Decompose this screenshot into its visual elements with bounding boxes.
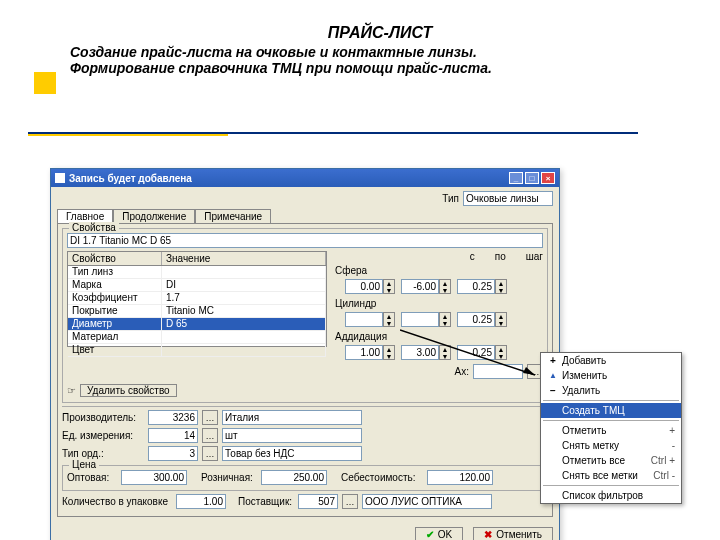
wholesale-field[interactable] xyxy=(121,470,187,485)
sphere-to[interactable] xyxy=(401,279,439,294)
titlebar[interactable]: Запись будет добавлена _ □ × xyxy=(51,169,559,187)
menu-separator xyxy=(543,485,679,486)
table-row[interactable]: Коэффициент1.7 xyxy=(68,292,326,305)
range-to-label: по xyxy=(495,251,506,262)
order-type-id-field[interactable] xyxy=(148,446,198,461)
addidation-to[interactable] xyxy=(401,345,439,360)
ok-button[interactable]: ✔OK xyxy=(415,527,463,540)
order-type-label: Тип орд.: xyxy=(62,448,144,459)
unit-id-field[interactable] xyxy=(148,428,198,443)
tab-main[interactable]: Главное xyxy=(57,209,113,223)
grid-header-value: Значение xyxy=(162,252,326,265)
price-caption: Цена xyxy=(69,459,99,470)
supplier-label: Поставщик: xyxy=(238,496,294,507)
type-field[interactable] xyxy=(463,191,553,206)
cylinder-to[interactable] xyxy=(401,312,439,327)
manufacturer-label: Производитель: xyxy=(62,412,144,423)
unit-lookup-button[interactable]: … xyxy=(202,428,218,443)
supplier-lookup-button[interactable]: … xyxy=(342,494,358,509)
unit-label: Ед. измерения: xyxy=(62,430,144,441)
spin-down-icon[interactable]: ▼ xyxy=(384,287,394,294)
plus-icon: + xyxy=(547,355,559,366)
ax-label: Ax: xyxy=(455,366,469,377)
delete-property-button[interactable]: Удалить свойство xyxy=(80,384,177,397)
menu-unmark-all[interactable]: Снять все меткиCtrl - xyxy=(541,468,681,483)
grid-header-property: Свойство xyxy=(68,252,162,265)
unit-name-field[interactable] xyxy=(222,428,362,443)
supplier-id-field[interactable] xyxy=(298,494,338,509)
addidation-from[interactable] xyxy=(345,345,383,360)
menu-delete[interactable]: −Удалить xyxy=(541,383,681,398)
sphere-label: Сфера xyxy=(335,265,385,276)
check-icon: ✔ xyxy=(426,529,434,540)
table-row[interactable]: МаркаDI xyxy=(68,279,326,292)
sphere-step[interactable] xyxy=(457,279,495,294)
type-label: Тип xyxy=(442,193,459,204)
wholesale-label: Оптовая: xyxy=(67,472,117,483)
cylinder-label: Цилиндр xyxy=(335,298,385,309)
tabs: Главное Продолжение Примечание xyxy=(57,209,553,223)
context-menu: +Добавить ▲Изменить −Удалить Создать ТМЦ… xyxy=(540,352,682,504)
heading-underline-accent xyxy=(28,134,228,136)
window-icon xyxy=(55,173,65,183)
range-from-label: с xyxy=(470,251,475,262)
addidation-label: Аддидация xyxy=(335,331,395,342)
slide-title-3: Формирование справочника ТМЦ при помощи … xyxy=(70,60,690,76)
menu-separator xyxy=(543,400,679,401)
manufacturer-lookup-button[interactable]: … xyxy=(202,410,218,425)
cost-label: Себестоимость: xyxy=(341,472,423,483)
cylinder-step[interactable] xyxy=(457,312,495,327)
properties-summary-field[interactable] xyxy=(67,233,543,248)
cross-icon: ✖ xyxy=(484,529,492,540)
manufacturer-name-field[interactable] xyxy=(222,410,362,425)
supplier-name-field[interactable] xyxy=(362,494,492,509)
maximize-button[interactable]: □ xyxy=(525,172,539,184)
menu-add[interactable]: +Добавить xyxy=(541,353,681,368)
table-row[interactable]: ДиаметрD 65 xyxy=(68,318,326,331)
order-type-lookup-button[interactable]: … xyxy=(202,446,218,461)
cost-field[interactable] xyxy=(427,470,493,485)
menu-separator xyxy=(543,420,679,421)
window-title: Запись будет добавлена xyxy=(69,173,192,184)
menu-unmark[interactable]: Снять метку- xyxy=(541,438,681,453)
range-step-label: шаг xyxy=(526,251,543,262)
order-type-name-field[interactable] xyxy=(222,446,362,461)
menu-edit[interactable]: ▲Изменить xyxy=(541,368,681,383)
tab-continuation[interactable]: Продолжение xyxy=(113,209,195,223)
pack-qty-label: Количество в упаковке xyxy=(62,496,172,507)
menu-mark-all[interactable]: Отметить всеCtrl + xyxy=(541,453,681,468)
hand-icon: ☞ xyxy=(67,385,76,396)
table-row[interactable]: Материал xyxy=(68,331,326,344)
tab-note[interactable]: Примечание xyxy=(195,209,271,223)
menu-create-tmc[interactable]: Создать ТМЦ xyxy=(541,403,681,418)
slide-title-2: Создание прайс-листа на очковые и контак… xyxy=(70,44,690,60)
properties-caption: Свойства xyxy=(69,222,119,233)
table-row[interactable]: ПокрытиеTitanio MC xyxy=(68,305,326,318)
manufacturer-id-field[interactable] xyxy=(148,410,198,425)
table-row[interactable]: Тип линз xyxy=(68,266,326,279)
ax-field[interactable] xyxy=(473,364,523,379)
slide-heading: ПРАЙС-ЛИСТ Создание прайс-листа на очков… xyxy=(0,0,720,84)
spin-up-icon[interactable]: ▲ xyxy=(384,280,394,287)
menu-mark[interactable]: Отметить+ xyxy=(541,423,681,438)
triangle-icon: ▲ xyxy=(547,371,559,380)
slide-bullet-marker xyxy=(34,72,56,94)
properties-grid[interactable]: Свойство Значение Тип линзМаркаDIКоэффиц… xyxy=(67,251,327,347)
minimize-button[interactable]: _ xyxy=(509,172,523,184)
dialog-window: Запись будет добавлена _ □ × Тип Главное… xyxy=(50,168,560,540)
retail-field[interactable] xyxy=(261,470,327,485)
cylinder-from[interactable] xyxy=(345,312,383,327)
addidation-step[interactable] xyxy=(457,345,495,360)
table-row[interactable]: Цвет xyxy=(68,344,326,357)
slide-title-1: ПРАЙС-ЛИСТ xyxy=(70,24,690,42)
close-button[interactable]: × xyxy=(541,172,555,184)
menu-filter-list[interactable]: Список фильтров xyxy=(541,488,681,503)
sphere-from[interactable] xyxy=(345,279,383,294)
cancel-button[interactable]: ✖Отменить xyxy=(473,527,553,540)
minus-icon: − xyxy=(547,385,559,396)
pack-qty-field[interactable] xyxy=(176,494,226,509)
retail-label: Розничная: xyxy=(201,472,257,483)
